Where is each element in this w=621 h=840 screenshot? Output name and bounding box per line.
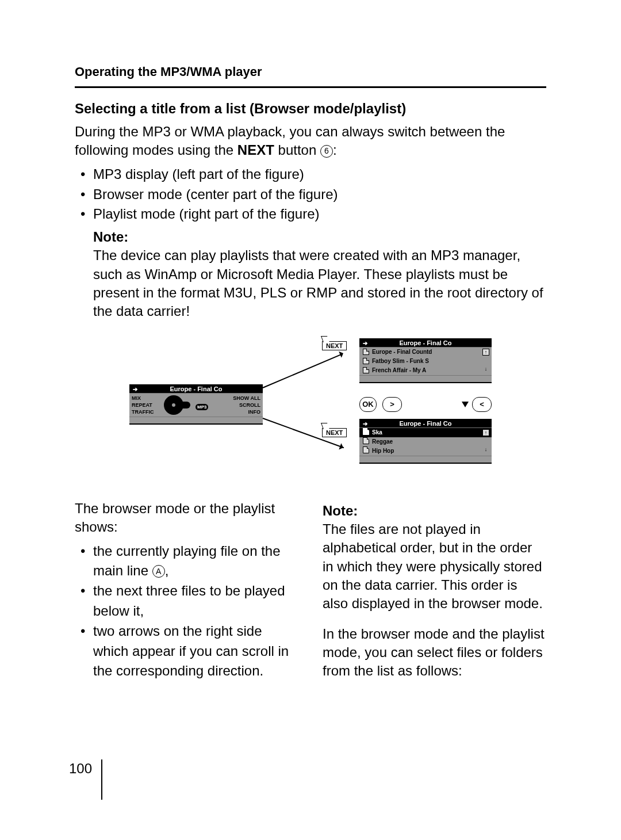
intro-tail: : (333, 142, 337, 158)
page-footer: 100 (69, 761, 102, 800)
file-icon (363, 358, 369, 364)
lcd-title-text: Europe - Final Co (399, 420, 451, 427)
list-item: two arrows on the right side which appea… (80, 621, 298, 681)
li-post: , (165, 563, 169, 578)
left-intro: The browser mode or the playlist shows: (75, 499, 298, 537)
section-header: Operating the MP3/WMA player (75, 64, 546, 88)
arrow-icon: ➔ (133, 385, 137, 394)
note-label: Note: (323, 503, 546, 519)
prev-button[interactable]: < (472, 397, 492, 412)
list-item-label: Ska (372, 429, 382, 436)
note-label: Note: (93, 229, 546, 245)
scroll-down-icon: ↓ (482, 446, 489, 453)
page-number: 100 (69, 761, 101, 777)
arrow-line (263, 353, 343, 388)
disc-handle-icon (180, 402, 190, 408)
down-arrow-icon (462, 402, 469, 411)
lcd-left-opt: REPEAT (132, 402, 159, 408)
note-text: The device can play playlists that were … (93, 246, 546, 321)
note-block-1: Note: The device can play playlists that… (75, 229, 546, 321)
footer-divider (101, 759, 102, 800)
mode-item: Browser mode (center part of the figure) (80, 185, 546, 205)
right-column: Note: The files are not played in alphab… (323, 499, 546, 685)
list-item: the currently playing file on the main l… (80, 541, 298, 582)
list-item-label: Hip Hop (372, 448, 394, 454)
note-text: The files are not played in alphabetical… (323, 520, 546, 613)
next-callout: NEXT (322, 428, 347, 437)
lcd-title: ➔ Europe - Final Co (359, 338, 492, 348)
list-item: Hip Hop (359, 446, 492, 456)
lcd-title: ➔ Europe - Final Co (359, 419, 492, 428)
next-callout: NEXT (322, 341, 347, 350)
mode-item: Playlist mode (right part of the figure) (80, 204, 546, 224)
list-item-label: French Affair - My A (372, 367, 426, 373)
list-item: French Affair - My A (359, 366, 492, 375)
mp3-tag: MP3 (195, 404, 208, 410)
scroll-up-icon: ↑ (482, 429, 489, 436)
folder-icon (363, 448, 369, 453)
left-column: The browser mode or the playlist shows: … (75, 499, 298, 685)
file-icon (363, 349, 369, 355)
lcd-browser-display: ➔ Europe - Final Co Ska Reggae Hip Hop ↑… (359, 419, 492, 464)
button-ref-6: 6 (320, 145, 333, 158)
scroll-down-icon: ↓ (482, 366, 489, 373)
lcd-mp3-display: ➔ Europe - Final Co MIX REPEAT TRAFFIC M… (129, 384, 263, 425)
figure: ➔ Europe - Final Co MIX REPEAT TRAFFIC M… (129, 338, 492, 476)
list-item-label: Fatboy Slim - Funk S (372, 358, 429, 364)
next-word: NEXT (237, 142, 274, 158)
list-item: Fatboy Slim - Funk S (359, 357, 492, 366)
list-item: Europe - Final Countd (359, 348, 492, 357)
list-item: the next three files to be played below … (80, 581, 298, 621)
lcd-title-text: Europe - Final Co (170, 385, 222, 392)
button-bar: OK > < (359, 397, 492, 412)
scroll-up-icon: ↑ (482, 349, 489, 356)
list-item-label: Reggae (372, 438, 393, 445)
lcd-title: ➔ Europe - Final Co (129, 384, 263, 394)
list-item: Reggae (359, 437, 492, 446)
arrow-icon: ➔ (363, 419, 367, 429)
li-pre: the currently playing file on the main l… (93, 543, 281, 579)
modes-list: MP3 display (left part of the figure) Br… (75, 165, 546, 224)
lcd-right-opt: SHOW ALL (229, 395, 260, 401)
lcd-title-text: Europe - Final Co (399, 339, 451, 346)
right-after: In the browser mode and the playlist mod… (323, 625, 546, 681)
arrow-head-icon (339, 443, 347, 452)
next-button[interactable]: > (382, 397, 402, 412)
subheading: Selecting a title from a list (Browser m… (75, 101, 546, 117)
intro-paragraph: During the MP3 or WMA playback, you can … (75, 123, 546, 160)
lcd-playlist-display: ➔ Europe - Final Co Europe - Final Count… (359, 338, 492, 383)
mode-item: MP3 display (left part of the figure) (80, 165, 546, 185)
file-icon (363, 367, 369, 373)
arrow-icon: ➔ (363, 339, 367, 348)
lcd-left-opt: TRAFFIC (132, 409, 159, 415)
ref-a: A (152, 565, 165, 578)
list-item-label: Europe - Final Countd (372, 349, 432, 355)
ok-button[interactable]: OK (359, 397, 377, 412)
lcd-right-opt: INFO (229, 409, 260, 415)
folder-icon (363, 439, 369, 444)
intro-post: button (274, 142, 320, 158)
folder-icon (363, 430, 369, 435)
lcd-left-opt: MIX (132, 395, 159, 401)
lcd-right-opt: SCROLL (229, 402, 260, 408)
list-item: Ska (359, 428, 492, 437)
